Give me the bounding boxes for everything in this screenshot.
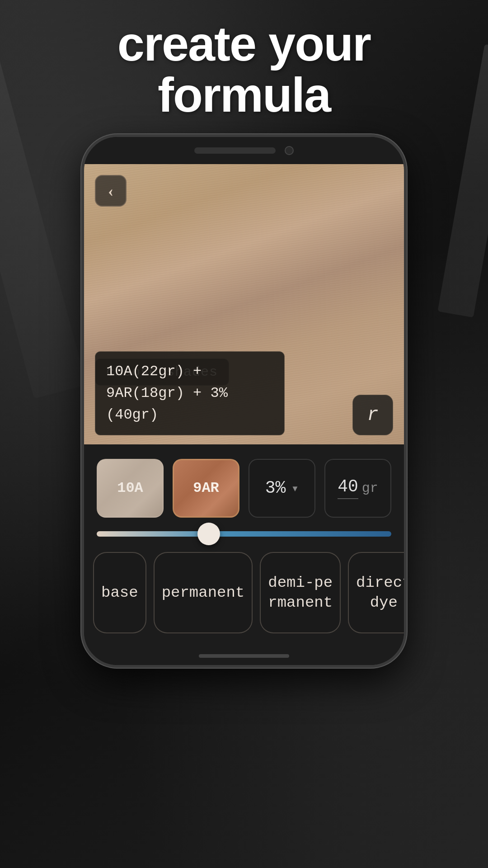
- btn-base[interactable]: base: [93, 552, 146, 633]
- phone-frame: ‹ choose shades 10A(22gr) + 9AR(18gr) + …: [81, 134, 407, 668]
- btn-demi-permanent[interactable]: demi-pe rmanent: [260, 552, 341, 633]
- swatch-gr[interactable]: 40 gr: [324, 459, 391, 518]
- header-title: create your formula: [117, 18, 371, 121]
- notch-bar: [194, 147, 276, 154]
- formula-box: 10A(22gr) + 9AR(18gr) + 3%(40gr): [95, 351, 285, 435]
- hair-image-container: ‹ choose shades 10A(22gr) + 9AR(18gr) + …: [84, 164, 404, 444]
- phone-screen: ‹ choose shades 10A(22gr) + 9AR(18gr) + …: [84, 164, 404, 647]
- page-content: create your formula ‹ choose shades 10: [0, 0, 488, 668]
- slider-track[interactable]: [97, 531, 391, 537]
- home-indicator: [84, 647, 404, 665]
- btn-permanent[interactable]: permanent: [154, 552, 253, 633]
- swatch-10a[interactable]: 10A: [97, 459, 164, 518]
- dropdown-arrow-icon: ▾: [291, 481, 299, 496]
- home-bar: [199, 654, 289, 658]
- swatches-row: 10A 9AR 3% ▾ 40 gr: [84, 444, 404, 527]
- btn-direct-dye[interactable]: direct dye: [348, 552, 407, 633]
- notch-camera: [285, 146, 294, 155]
- slider-container: [84, 527, 404, 547]
- phone-notch: [84, 137, 404, 164]
- slider-thumb[interactable]: [197, 523, 220, 545]
- bottom-buttons-row: base permanent demi-pe rmanent direct dy…: [84, 547, 404, 647]
- swatch-9ar[interactable]: 9AR: [173, 459, 239, 518]
- back-icon: ‹: [108, 181, 113, 200]
- swatch-percent[interactable]: 3% ▾: [249, 459, 315, 518]
- back-button[interactable]: ‹: [95, 175, 127, 207]
- r-button[interactable]: r: [352, 395, 393, 435]
